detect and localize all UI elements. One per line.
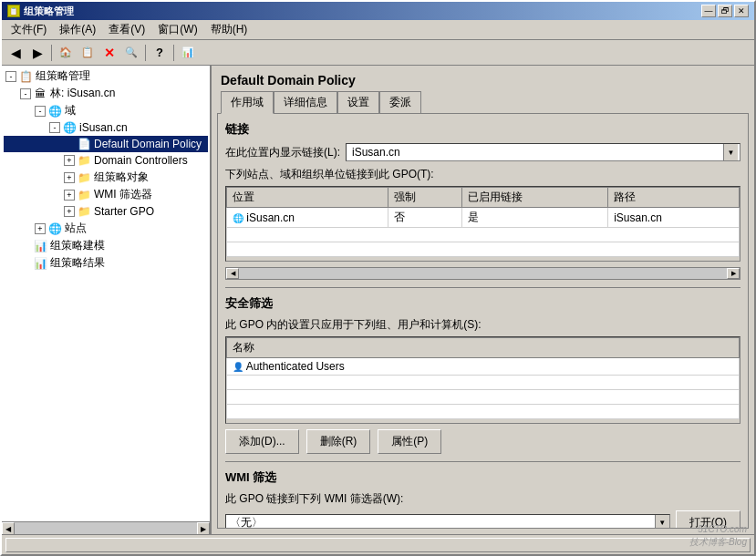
tree-label-gpo: 组策略对象: [94, 170, 149, 185]
delete-button[interactable]: 删除(R): [306, 429, 371, 454]
tree-item-forest[interactable]: - 🏛 林: iSusan.cn: [4, 85, 208, 102]
chart-button[interactable]: 📊: [178, 43, 198, 63]
show-link-arrow[interactable]: ▼: [723, 144, 738, 160]
expand-icon-domains[interactable]: -: [35, 106, 46, 117]
scroll-right-arrow[interactable]: ▶: [727, 268, 740, 279]
expand-icon-root[interactable]: -: [5, 71, 16, 82]
properties-button[interactable]: 属性(P): [378, 429, 441, 454]
wmi-open-button[interactable]: 打开(O): [676, 510, 740, 529]
toolbar-separator-3: [173, 45, 174, 61]
expand-icon-gpo[interactable]: +: [64, 172, 75, 183]
search-button[interactable]: 🔍: [121, 43, 141, 63]
scroll-track[interactable]: [239, 268, 727, 279]
tab-settings[interactable]: 设置: [337, 91, 379, 113]
link-sub-label: 下列站点、域和组织单位链接到此 GPO(T):: [225, 167, 740, 182]
right-panel: Default Domain Policy 作用域 详细信息 设置 委派 链接 …: [212, 66, 754, 534]
wmi-dropdown-arrow[interactable]: ▼: [655, 515, 669, 530]
tree-item-default-policy[interactable]: 📄 Default Domain Policy: [4, 136, 208, 152]
links-table-scrollbar[interactable]: ◀ ▶: [225, 267, 740, 280]
forward-button[interactable]: ▶: [27, 43, 47, 63]
menu-view[interactable]: 查看(V): [103, 20, 150, 39]
menu-file[interactable]: 文件(F): [5, 20, 52, 39]
tree-item-build[interactable]: 📊 组策略建模: [4, 237, 208, 254]
home-button[interactable]: 🏠: [56, 43, 76, 63]
menu-action[interactable]: 操作(A): [54, 20, 101, 39]
build-icon: 📊: [33, 239, 47, 253]
table-row[interactable]: 🌐 iSusan.cn 否 是 iSusan.cn: [227, 208, 740, 228]
expand-icon-wmi[interactable]: +: [64, 190, 75, 201]
tab-delegate[interactable]: 委派: [379, 91, 421, 113]
links-table: 位置 强制 已启用链接 路径 🌐 iSusan.cn: [226, 187, 740, 257]
expand-icon-starter[interactable]: +: [64, 206, 75, 217]
tree-label-default-policy: Default Domain Policy: [94, 138, 202, 150]
status-bar: [2, 534, 754, 554]
result-icon: 📊: [33, 256, 47, 271]
tree-item-dc[interactable]: + 📁 Domain Controllers: [4, 152, 208, 169]
close-button[interactable]: ✕: [734, 5, 749, 17]
left-scroll-track[interactable]: [15, 522, 197, 534]
wmi-dropdown[interactable]: 〈无〉 ▼: [225, 514, 670, 530]
tab-scope[interactable]: 作用域: [221, 91, 274, 114]
back-button[interactable]: ◀: [5, 43, 26, 63]
root-icon: 📋: [18, 69, 33, 84]
expand-icon-isusan[interactable]: -: [49, 122, 60, 133]
link-section-title: 链接: [225, 121, 740, 138]
forest-icon: 🏛: [33, 87, 47, 101]
tree-item-starter[interactable]: + 📁 Starter GPO: [4, 203, 208, 220]
title-bar: 📋 组策略管理 — 🗗 ✕: [2, 2, 754, 20]
left-scroll-left[interactable]: ◀: [2, 522, 15, 534]
delete-button[interactable]: ✕: [99, 43, 119, 63]
expand-icon-forest[interactable]: -: [20, 88, 31, 99]
security-table-header: 名称: [227, 338, 740, 358]
tree-label-wmi: WMI 筛选器: [94, 187, 152, 202]
tree-item-sites[interactable]: + 🌐 站点: [4, 220, 208, 237]
left-scrollbar[interactable]: ◀ ▶: [2, 521, 210, 534]
tree-item-result[interactable]: 📊 组策略结果: [4, 254, 208, 272]
restore-button[interactable]: 🗗: [718, 5, 732, 17]
tree-item-wmi[interactable]: + 📁 WMI 筛选器: [4, 186, 208, 203]
section-divider-1: [225, 287, 740, 288]
minimize-button[interactable]: —: [701, 5, 716, 17]
col-name: 名称: [227, 338, 740, 358]
tree-label-result: 组策略结果: [50, 255, 105, 271]
tree-item-root[interactable]: - 📋 组策略管理: [4, 67, 208, 85]
show-link-select[interactable]: iSusan.cn ▼: [346, 143, 740, 161]
tree-view[interactable]: - 📋 组策略管理 - 🏛 林: iSusan.cn - 🌐 域: [2, 66, 210, 521]
menu-help[interactable]: 帮助(H): [205, 20, 254, 39]
scroll-left-arrow[interactable]: ◀: [226, 268, 239, 279]
tree-label-sites: 站点: [65, 221, 87, 236]
tree-label-forest: 林: iSusan.cn: [50, 86, 115, 101]
tree-item-gpo[interactable]: + 📁 组策略对象: [4, 169, 208, 186]
links-table-header: 位置 强制 已启用链接 路径: [227, 188, 740, 208]
security-btn-row: 添加(D)... 删除(R) 属性(P): [225, 429, 740, 454]
copy-button[interactable]: 📋: [78, 43, 98, 63]
toolbar-separator-1: [51, 45, 52, 61]
main-area: - 📋 组策略管理 - 🏛 林: iSusan.cn - 🌐 域: [2, 66, 754, 534]
toolbar-separator-2: [145, 45, 146, 61]
left-scroll-right[interactable]: ▶: [197, 522, 210, 534]
tree-item-domains[interactable]: - 🌐 域: [4, 102, 208, 119]
tab-details[interactable]: 详细信息: [274, 91, 337, 113]
tree-label-starter: Starter GPO: [94, 205, 154, 218]
menu-window[interactable]: 窗口(W): [152, 20, 202, 39]
wmi-sub-label: 此 GPO 链接到下列 WMI 筛选器(W):: [225, 491, 740, 507]
show-link-label: 在此位置内显示链接(L):: [225, 145, 340, 160]
tab-content: 链接 在此位置内显示链接(L): iSusan.cn ▼ 下列站点、域和组织单位…: [217, 113, 749, 529]
show-link-row: 在此位置内显示链接(L): iSusan.cn ▼: [225, 143, 740, 161]
wmi-title: WMI 筛选: [225, 469, 740, 486]
expand-icon-sites[interactable]: +: [35, 223, 46, 234]
tree-item-isusan[interactable]: - 🌐 iSusan.cn: [4, 119, 208, 136]
security-table-row[interactable]: 👤 Authenticated Users: [227, 358, 740, 376]
title-bar-buttons: — 🗗 ✕: [701, 5, 749, 17]
left-panel: - 📋 组策略管理 - 🏛 林: iSusan.cn - 🌐 域: [2, 66, 212, 534]
security-table: 名称 👤 Authenticated Users: [226, 337, 740, 419]
domains-icon: 🌐: [47, 104, 62, 118]
add-button[interactable]: 添加(D)...: [225, 429, 299, 454]
help-button[interactable]: ?: [150, 43, 170, 63]
cell-forced: 否: [388, 208, 462, 228]
expand-icon-dc[interactable]: +: [64, 155, 75, 166]
window-title: 组策略管理: [24, 5, 74, 18]
wmi-row: 〈无〉 ▼ 打开(O): [225, 510, 740, 529]
status-pane: [5, 538, 751, 552]
col-path: 路径: [608, 188, 740, 208]
